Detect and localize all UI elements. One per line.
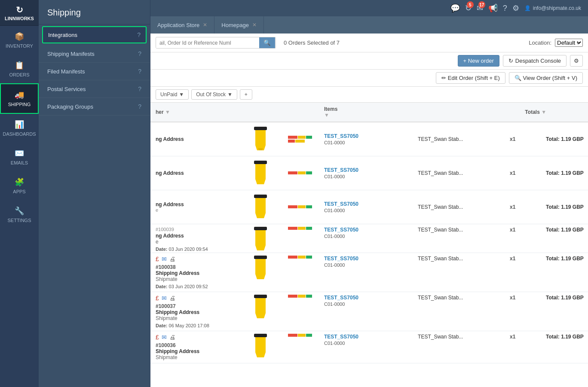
table-row: £ ✉ 🖨 #100036 Shipping Address Shipmate	[150, 331, 588, 363]
sku-badges	[288, 227, 322, 231]
pound-icon[interactable]: £	[156, 334, 159, 341]
sidebar-item-emails[interactable]: ✉️ EMAILS	[0, 143, 39, 171]
qty: x1	[510, 204, 544, 210]
svg-rect-10	[254, 227, 267, 230]
sku-info: TEST_SS7050 C01-0000	[324, 167, 358, 179]
chevron-down-icon: ▼	[179, 91, 184, 98]
add-filter-button[interactable]: +	[240, 89, 252, 100]
sidebar-item-label: INVENTORY	[6, 43, 33, 49]
sidebar-item-shipping[interactable]: 🚚 SHIPPING	[0, 83, 39, 114]
sku-info: TEST_SS7050 C01-0000	[324, 295, 358, 307]
total: Total: 1.19 GBP	[546, 170, 588, 176]
sidebar-item-inventory[interactable]: 📦 INVENTORY	[0, 26, 39, 55]
tab-label: Homepage	[221, 22, 249, 28]
sidebar-item-label: ORDERS	[9, 72, 29, 77]
product-name: TEST_Swan Stab...	[418, 170, 508, 176]
product-name: TEST_Swan Stab...	[418, 204, 508, 210]
total: Total: 1.19 GBP	[546, 136, 588, 142]
highlighter-icon	[252, 334, 269, 357]
mail-action-icon[interactable]: ✉	[162, 334, 167, 341]
total: Total: 1.19 GBP	[546, 334, 588, 340]
svg-marker-21	[255, 352, 266, 357]
submenu-item-shipping-manifests[interactable]: Shipping Manifests ?	[39, 45, 150, 63]
sku-badges	[288, 334, 322, 338]
help-icon[interactable]: ?	[503, 4, 507, 13]
svg-rect-13	[254, 256, 267, 259]
edit-order-button[interactable]: ✏ Edit Order (Shift + E)	[436, 72, 505, 84]
orders-table: ng Address	[150, 122, 588, 387]
svg-rect-1	[255, 130, 266, 145]
mail-icon[interactable]: ✉ 17	[477, 3, 483, 13]
filter-out-of-stock[interactable]: Out Of Stock ▼	[191, 89, 237, 100]
megaphone-icon[interactable]: 📢	[488, 3, 498, 13]
search-input[interactable]	[156, 38, 259, 48]
svg-rect-7	[254, 195, 267, 198]
despatch-console-label: Despatch Console	[515, 58, 561, 64]
mail-action-icon[interactable]: ✉	[162, 295, 167, 302]
pound-icon[interactable]: £	[156, 256, 159, 262]
new-order-button[interactable]: + New order	[458, 55, 499, 67]
highlighter-icon	[252, 127, 269, 150]
user-info[interactable]: 👤 info@shipmate.co.uk	[524, 5, 581, 11]
sku-info: TEST_SS7050 C01-0000	[324, 201, 358, 213]
close-icon[interactable]: ✕	[203, 22, 207, 28]
dashboards-icon: 📊	[15, 120, 24, 129]
col-header-items: Items ▼	[324, 106, 337, 118]
edit-order-label: ✏ Edit Order (Shift + E)	[441, 75, 500, 81]
view-order-button[interactable]: 🔍 View Order (Shift + V)	[509, 72, 583, 84]
sidebar-item-dashboards[interactable]: 📊 DASHBOARDS	[0, 114, 39, 143]
qty: x1	[510, 170, 544, 176]
order-item-image	[252, 227, 286, 252]
submenu-item-filed-manifests[interactable]: Filed Manifests ?	[39, 63, 150, 80]
settings-button[interactable]: ⚙	[570, 55, 583, 67]
help-icon: ?	[138, 103, 141, 110]
sidebar-item-apps[interactable]: 🧩 APPS	[0, 171, 39, 200]
pound-icon[interactable]: £	[156, 295, 159, 302]
mail-action-icon[interactable]: ✉	[162, 256, 167, 262]
search-button[interactable]: 🔍	[259, 37, 275, 48]
despatch-console-button[interactable]: ↻ Despatch Console	[503, 55, 567, 67]
tab-label: Application Store	[157, 22, 199, 28]
despatch-icon: ↻	[508, 58, 513, 64]
filter-unpaid[interactable]: UnPaid ▼	[156, 89, 189, 100]
qty: x1	[510, 256, 544, 262]
main-area: 🔍 0 Orders Selected of 7 Location: Defau…	[150, 34, 588, 387]
close-icon[interactable]: ✕	[252, 22, 257, 28]
submenu-item-packaging-groups[interactable]: Packaging Groups ?	[39, 98, 150, 116]
submenu-item-postal-services[interactable]: Postal Services ?	[39, 80, 150, 98]
table-row: ng Address	[150, 156, 588, 190]
location-select[interactable]: Default	[555, 39, 583, 47]
qty: x1	[510, 136, 544, 142]
order-address: ng Address	[156, 170, 250, 176]
qty: x1	[510, 295, 544, 301]
sidebar-item-settings[interactable]: 🔧 SETTINGS	[0, 200, 39, 229]
svg-rect-0	[254, 127, 267, 130]
chat-icon[interactable]: 💬	[450, 3, 460, 13]
gear-icon[interactable]: ⚙	[512, 3, 519, 13]
sidebar-item-label: SETTINGS	[7, 218, 31, 223]
sku-badges	[288, 205, 322, 209]
sidebar-item-label: APPS	[13, 189, 25, 194]
print-icon[interactable]: 🖨	[169, 334, 175, 341]
submenu-item-label: Shipping Manifests	[47, 51, 95, 57]
total: Total: 1.19 GBP	[546, 256, 588, 262]
location-label: Location:	[529, 40, 551, 46]
order-number: #100037	[156, 303, 250, 309]
tab-app-store[interactable]: Application Store ✕	[150, 16, 214, 34]
print-icon[interactable]: 🖨	[169, 295, 175, 302]
submenu-item-integrations[interactable]: Integrations ?	[42, 26, 147, 43]
refresh-icon[interactable]: ↻ 5	[465, 3, 472, 13]
table-row: £ ✉ 🖨 #100037 Shipping Address Shipmate …	[150, 292, 588, 331]
toolbar-row3: ✏ Edit Order (Shift + E) 🔍 View Order (S…	[150, 70, 588, 87]
tab-homepage[interactable]: Homepage ✕	[214, 16, 264, 34]
table-header: her ▼ Items ▼ Totals ▼	[150, 103, 588, 122]
main-content: 💬 ↻ 5 ✉ 17 📢 ? ⚙ 👤 info@shipmate.co.uk A…	[150, 0, 588, 387]
print-icon[interactable]: 🖨	[169, 256, 175, 262]
shipping-icon: 🚚	[15, 90, 24, 100]
table-row: #100039 ng Address e Date: 03 Jun 2020 0…	[150, 224, 588, 253]
order-item-image	[252, 334, 286, 359]
sku-info: TEST_SS7050 C01-0000	[324, 256, 358, 268]
location-wrapper: Default	[555, 39, 583, 47]
svg-rect-16	[254, 295, 267, 298]
sidebar-item-orders[interactable]: 📋 ORDERS	[0, 55, 39, 83]
